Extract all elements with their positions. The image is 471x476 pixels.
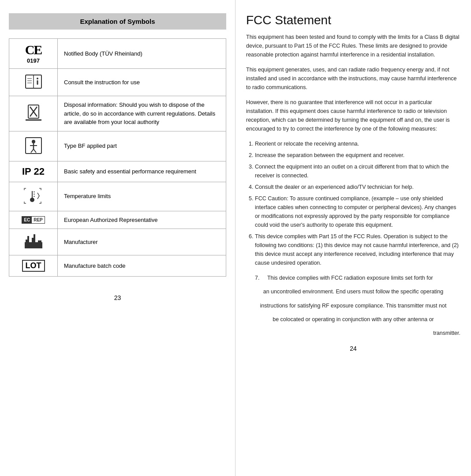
ip22-icon: IP 22 (14, 166, 53, 177)
temperature-icon (22, 187, 45, 205)
fcc-centered-1: an uncontrolled environment. End users m… (246, 287, 460, 296)
table-row: Manufacturer (9, 229, 226, 255)
ecrep-description: European Authorized Representative (58, 211, 226, 229)
fcc-centered-2: instructions for satisfying RF exposure … (246, 301, 460, 311)
svg-point-18 (30, 198, 34, 202)
page-number-left: 23 (9, 294, 226, 301)
ecrep-symbol-cell: EC REP (9, 211, 58, 229)
left-panel: Explanation of Symbols CE 0197 Notified … (0, 0, 236, 476)
fcc-title: FCC Statement (246, 13, 460, 27)
lot-description: Manufacture batch code (58, 255, 226, 277)
disposal-symbol-cell (9, 96, 58, 131)
table-row: IP 22 Basic safety and essential perform… (9, 161, 226, 182)
table-row: CE 0197 Notified Body (TÜV Rheinland) (9, 39, 226, 69)
bf-description: Type BF applied part (58, 131, 226, 161)
fcc-measures-list: Reorient or relocate the receiving anten… (255, 139, 460, 267)
right-panel: FCC Statement This equipment has been te… (236, 0, 471, 476)
table-row: Disposal information: Should you wish to… (9, 96, 226, 131)
fcc-centered-3: be colocated or operating in conjunction… (246, 315, 460, 324)
svg-rect-22 (25, 242, 42, 248)
fcc-item7: 7. This device complies with FCC radiati… (246, 274, 460, 283)
ce-symbol-cell: CE 0197 (9, 39, 58, 69)
table-row: Type BF applied part (9, 131, 226, 161)
svg-rect-27 (34, 234, 35, 238)
svg-point-12 (32, 140, 35, 143)
list-item: Reorient or relocate the receiving anten… (255, 139, 460, 148)
svg-line-16 (34, 149, 36, 153)
manufacturer-icon (24, 233, 43, 249)
list-item: FCC Caution: To assure continued complia… (255, 194, 460, 229)
table-row: LOT Manufacture batch code (9, 255, 226, 277)
svg-point-5 (37, 78, 38, 79)
mfr-symbol-cell (9, 229, 58, 255)
ce-mark-icon: CE (14, 43, 53, 56)
symbols-table: CE 0197 Notified Body (TÜV Rheinland) (9, 38, 226, 277)
table-row: Temperature limits (9, 182, 226, 211)
list-item: This device complies with Part 15 of the… (255, 232, 460, 267)
consult-description: Consult the instruction for use (58, 69, 226, 96)
ce-description: Notified Body (TÜV Rheinland) (58, 39, 226, 69)
table-row: Consult the instruction for use (9, 69, 226, 96)
svg-rect-23 (26, 240, 29, 242)
bf-applied-icon (24, 136, 43, 155)
notified-number: 0197 (14, 57, 53, 64)
svg-rect-25 (38, 240, 41, 242)
fcc-paragraph-3: However, there is no guarantee that inte… (246, 98, 460, 133)
ip22-symbol-cell: IP 22 (9, 161, 58, 182)
list-item: Increase the separation between the equi… (255, 151, 460, 160)
lot-symbol-cell: LOT (9, 255, 58, 277)
bf-symbol-cell (9, 131, 58, 161)
ip22-description: Basic safety and essential performance r… (58, 161, 226, 182)
list-item: Connect the equipment into an outlet on … (255, 162, 460, 180)
svg-line-15 (31, 149, 34, 153)
temp-description: Temperature limits (58, 182, 226, 211)
lot-icon: LOT (22, 260, 45, 272)
book-symbol-cell (9, 69, 58, 96)
temp-symbol-cell (9, 182, 58, 211)
fcc-paragraph-1: This equipment has been tested and found… (246, 33, 460, 59)
fcc-paragraph-2: This equipment generates, uses, and can … (246, 65, 460, 92)
svg-rect-26 (27, 236, 29, 240)
svg-rect-24 (32, 238, 35, 242)
ecrep-icon: EC REP (22, 216, 45, 224)
table-row: EC REP European Authorized Representativ… (9, 211, 226, 229)
book-info-icon (24, 73, 43, 90)
mfr-description: Manufacturer (58, 229, 226, 255)
page-number-right: 24 (246, 345, 460, 352)
svg-rect-6 (37, 80, 38, 85)
fcc-special-section: 7. This device complies with FCC radiati… (246, 274, 460, 338)
disposal-icon (24, 103, 43, 123)
list-item: Consult the dealer or an experienced adi… (255, 183, 460, 191)
disposal-description: Disposal information: Should you wish to… (58, 96, 226, 131)
section-title: Explanation of Symbols (9, 13, 226, 30)
fcc-centered-4: transmitter. (246, 329, 460, 338)
